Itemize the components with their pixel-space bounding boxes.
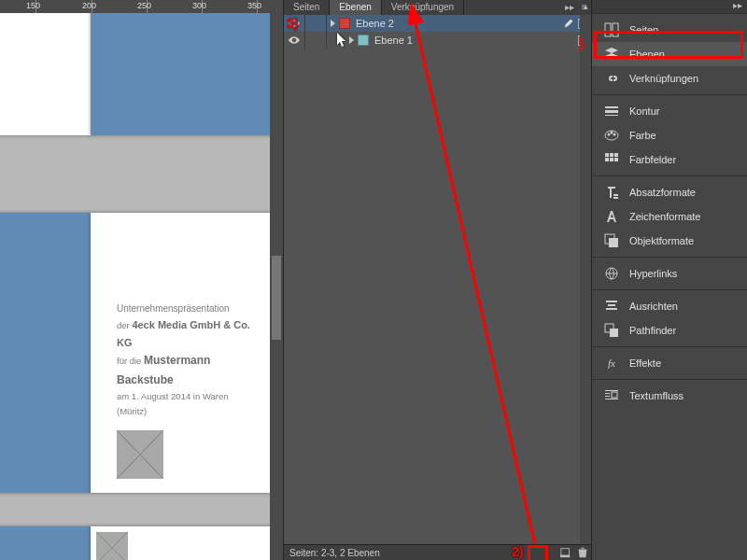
links-icon — [603, 70, 620, 87]
horizontal-ruler[interactable]: 150 200 250 300 350 — [0, 0, 283, 13]
svg-rect-6 — [605, 115, 618, 116]
dock-group-formats: Absatzformate Zeichenformate Objektforma… — [592, 175, 747, 257]
svg-rect-0 — [561, 549, 570, 556]
pen-icon — [563, 18, 574, 29]
image-placeholder[interactable] — [96, 532, 128, 560]
dock-item-farbe[interactable]: Farbe — [592, 123, 747, 147]
svg-rect-12 — [610, 153, 613, 157]
dock-item-effekte[interactable]: fx Effekte — [592, 351, 747, 375]
dock-item-pathfinder[interactable]: Pathfinder — [592, 318, 747, 343]
svg-rect-14 — [605, 158, 609, 161]
panel-tab-bar: Seiten Ebenen Verknüpfungen ▸▸ ≡ — [284, 0, 592, 15]
dock-group-effects: fx Effekte — [592, 346, 747, 379]
dock-item-label: Absatzformate — [629, 187, 696, 198]
doc-line-4: am 1. August 2014 in Waren (Müritz) — [117, 389, 251, 419]
text-wrap-icon — [603, 387, 620, 404]
cursor-pointer-icon — [337, 33, 348, 48]
spread-1: Handout — [0, 0, 277, 135]
dock-group-hyperlinks: Hyperlinks — [592, 257, 747, 289]
color-icon — [603, 127, 620, 144]
dock-item-label: Objektformate — [629, 235, 694, 246]
collapse-panel-icon[interactable]: ▸▸ — [564, 1, 575, 12]
layer-color-chip — [339, 18, 350, 29]
svg-rect-5 — [605, 110, 618, 113]
expand-toggle[interactable] — [349, 36, 354, 44]
image-placeholder[interactable] — [117, 430, 163, 479]
svg-rect-20 — [609, 238, 618, 247]
scrollbar-thumb[interactable] — [272, 256, 281, 340]
dock-collapse-icon[interactable]: ▸▸ — [592, 0, 747, 13]
dock-item-absatzformate[interactable]: Absatzformate — [592, 180, 747, 204]
dock-item-kontur[interactable]: Kontur — [592, 99, 747, 123]
lock-toggle[interactable] — [305, 32, 327, 49]
ruler-tick: 150 — [26, 1, 40, 10]
dock-item-label: Zeichenformate — [629, 211, 700, 222]
annotation-marker-2: 2) — [512, 544, 523, 559]
svg-rect-27 — [605, 390, 618, 391]
dock-item-zeichenformate[interactable]: Zeichenformate — [592, 204, 747, 229]
svg-rect-15 — [610, 158, 613, 161]
layer-name[interactable]: Ebene 2 — [356, 18, 563, 29]
annotation-highlight-ebenen — [594, 31, 743, 59]
svg-rect-30 — [605, 399, 618, 399]
ruler-tick: 250 — [137, 1, 151, 10]
dock-item-label: Effekte — [629, 357, 661, 369]
ruler-tick: 300 — [192, 1, 206, 10]
canvas-scrollbar[interactable] — [270, 13, 283, 560]
dock-item-textumfluss[interactable]: Textumfluss — [592, 384, 747, 408]
tab-seiten[interactable]: Seiten — [284, 0, 330, 15]
dock-item-ausrichten[interactable]: Ausrichten — [592, 294, 747, 318]
layer-color-chip — [358, 35, 369, 46]
svg-rect-31 — [612, 392, 617, 398]
visibility-toggle[interactable] — [284, 32, 305, 49]
dock-item-farbfelder[interactable]: Farbfelder — [592, 147, 747, 172]
align-icon — [603, 298, 620, 315]
pathfinder-icon — [603, 322, 620, 339]
dock-item-label: Farbe — [629, 130, 656, 141]
new-layer-icon[interactable] — [560, 547, 571, 558]
tab-verknuepfungen[interactable]: Verknüpfungen — [382, 0, 464, 15]
page-1-right[interactable]: Handout — [91, 0, 277, 135]
annotation-paren-1: ) — [579, 35, 584, 52]
dock-group-wrap: Textumfluss — [592, 379, 747, 412]
page-1-left[interactable] — [0, 0, 91, 135]
dock-item-hyperlinks[interactable]: Hyperlinks — [592, 261, 747, 286]
svg-rect-23 — [608, 304, 615, 306]
svg-rect-4 — [605, 106, 618, 108]
stroke-icon — [603, 103, 620, 119]
page-3-right[interactable] — [91, 526, 277, 560]
document-canvas[interactable]: 150 200 250 300 350 Handout Unternehmens… — [0, 0, 283, 560]
page-2-left[interactable] — [0, 213, 91, 493]
svg-rect-29 — [605, 396, 610, 397]
doc-line-1: Unternehmenspräsentation — [117, 301, 251, 316]
expand-toggle[interactable] — [331, 20, 335, 27]
page-3-left[interactable] — [0, 526, 91, 560]
svg-point-10 — [613, 133, 616, 136]
doc-line-2: der 4eck Media GmbH & Co. KG — [117, 316, 251, 351]
dock-group-color: Kontur Farbe Farbfelder — [592, 94, 747, 175]
svg-rect-16 — [614, 158, 618, 161]
layer-name[interactable]: Ebene 1 — [374, 35, 578, 46]
svg-rect-17 — [613, 194, 618, 196]
dock-item-label: Ausrichten — [629, 301, 678, 312]
svg-rect-13 — [614, 153, 618, 157]
paragraph-styles-icon — [603, 184, 620, 201]
svg-rect-22 — [606, 301, 617, 302]
page-2-right[interactable]: Unternehmenspräsentation der 4eck Media … — [91, 213, 277, 493]
layer-row-ebene-2[interactable]: Ebene 2 — [284, 15, 592, 32]
character-styles-icon — [603, 208, 620, 225]
layer-row-ebene-1[interactable]: Ebene 1 — [284, 32, 592, 49]
dock-item-verknuepfungen[interactable]: Verknüpfungen — [592, 66, 747, 91]
tab-ebenen[interactable]: Ebenen — [330, 0, 381, 15]
layer-list: Ebene 2 Ebene 1 — [284, 15, 592, 544]
lock-toggle[interactable] — [305, 15, 327, 32]
right-dock: ▸▸ Seiten Ebenen Verknüpfungen Kontur — [591, 0, 747, 560]
trash-icon[interactable] — [577, 547, 588, 558]
dock-item-objektformate[interactable]: Objektformate — [592, 229, 747, 253]
svg-rect-18 — [613, 197, 618, 199]
spread-2: Unternehmenspräsentation der 4eck Media … — [0, 213, 277, 493]
dock-item-label: Farbfelder — [629, 154, 676, 165]
dock-group-align: Ausrichten Pathfinder — [592, 289, 747, 346]
object-styles-icon — [603, 232, 620, 249]
effects-icon: fx — [603, 355, 620, 371]
